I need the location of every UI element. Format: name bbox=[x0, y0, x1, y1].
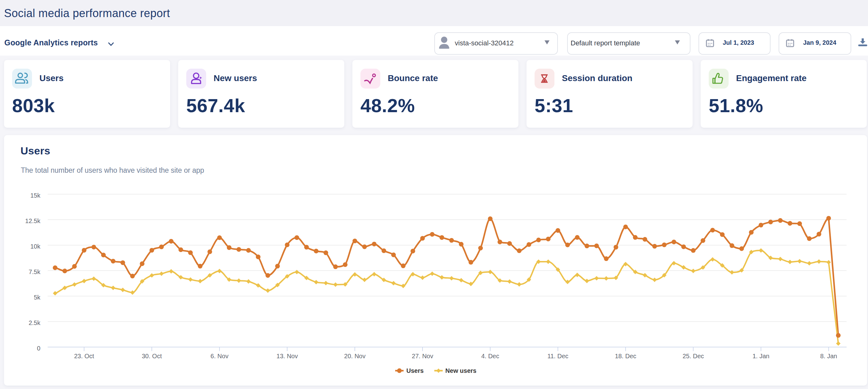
svg-text:0: 0 bbox=[37, 345, 40, 352]
svg-text:6. Nov: 6. Nov bbox=[211, 353, 228, 360]
svg-text:10k: 10k bbox=[30, 243, 41, 250]
svg-text:11. Dec: 11. Dec bbox=[547, 353, 568, 360]
svg-text:2.5k: 2.5k bbox=[29, 319, 41, 326]
svg-text:23. Oct: 23. Oct bbox=[74, 353, 94, 360]
svg-text:27. Nov: 27. Nov bbox=[412, 353, 433, 360]
svg-text:30. Oct: 30. Oct bbox=[142, 353, 162, 360]
svg-text:12.5k: 12.5k bbox=[25, 218, 41, 224]
svg-text:7.5k: 7.5k bbox=[29, 269, 41, 275]
svg-text:25. Dec: 25. Dec bbox=[683, 353, 704, 360]
svg-text:20. Nov: 20. Nov bbox=[344, 353, 366, 360]
svg-text:18. Dec: 18. Dec bbox=[615, 353, 637, 360]
svg-text:5k: 5k bbox=[34, 294, 41, 301]
svg-text:8. Jan: 8. Jan bbox=[820, 353, 837, 360]
svg-text:1. Jan: 1. Jan bbox=[752, 353, 769, 360]
svg-text:13. Nov: 13. Nov bbox=[277, 353, 298, 360]
svg-text:4. Dec: 4. Dec bbox=[481, 353, 499, 360]
svg-text:15k: 15k bbox=[30, 192, 41, 199]
